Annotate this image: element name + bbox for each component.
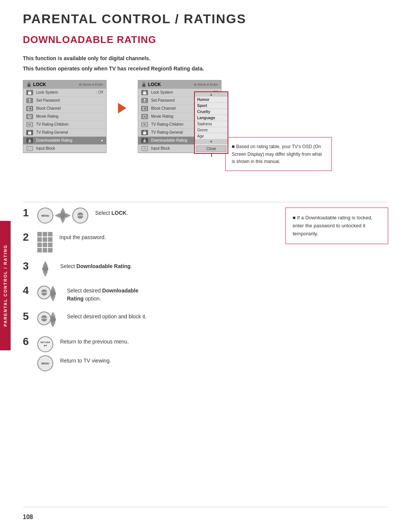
- lock-row-right-icon-7: [141, 146, 148, 151]
- dpad-down-1[interactable]: [60, 218, 65, 224]
- svg-rect-0: [27, 84, 30, 87]
- dpad-up-1[interactable]: [60, 208, 65, 213]
- svg-rect-1: [28, 92, 31, 94]
- enter-inner-1: ENTER: [77, 212, 83, 219]
- step-2-text: Input the password.: [59, 232, 106, 241]
- menu-button[interactable]: MENU: [37, 208, 53, 224]
- bottom-divider-line: [23, 507, 388, 507]
- dropdown-item-sadness[interactable]: Sadness: [195, 121, 228, 127]
- svg-rect-7: [28, 123, 32, 126]
- lock-row-left-6: Downloadable Rating ●: [23, 137, 106, 145]
- svg-point-17: [143, 115, 146, 118]
- description-line-1: This function is available only for digi…: [23, 54, 388, 62]
- main-content: PARENTAL CONTROL / RATINGS DOWNLOADABLE …: [23, 11, 388, 171]
- dpad-down-5[interactable]: [50, 322, 56, 328]
- page-number: 108: [23, 514, 33, 521]
- dpad-center-1: [60, 212, 66, 219]
- numpad-btn-5[interactable]: [43, 237, 47, 242]
- lock-row-icon-7: [26, 146, 33, 151]
- step-4-icons: ENTER: [37, 285, 60, 302]
- numpad-btn-4[interactable]: [37, 237, 42, 242]
- lock-header-icon-left: [26, 82, 32, 87]
- step-1-text: Select LOCK.: [95, 208, 128, 217]
- step-5-icons: ENTER: [37, 311, 60, 328]
- dropdown-item-genre[interactable]: Genre: [195, 127, 228, 133]
- svg-rect-21: [143, 147, 147, 150]
- step-6a: 6 RETURN ↩ Return to the previous menu.: [23, 336, 388, 352]
- dpad-up-4[interactable]: [50, 286, 56, 291]
- dropdown-arrow-up: ▲: [195, 92, 228, 97]
- numpad-btn-9[interactable]: [48, 243, 53, 247]
- lock-row-left-3: ★ Movie Rating: [23, 113, 106, 121]
- lock-row-left-2: Block Channel: [23, 105, 106, 113]
- step-3: 3 Select Downloadable Rating.: [23, 261, 388, 277]
- right-screenshots: LOCK ⊕ Move ● Enter Lock System : Off: [138, 80, 332, 171]
- dpad-left-1[interactable]: [55, 213, 60, 218]
- dropdown-overlay: ▲ Humor Sport Cruelty Language Sadness G…: [194, 91, 228, 154]
- side-tab-text: PARENTAL CONTROL / RATING: [3, 244, 8, 327]
- numpad-btn-7[interactable]: [37, 243, 42, 247]
- dropdown-close-button[interactable]: Close: [196, 145, 226, 152]
- step-number-1: 1: [23, 208, 30, 218]
- svg-rect-15: [143, 107, 147, 110]
- svg-rect-9: [28, 142, 31, 142]
- numpad-btn-12[interactable]: [48, 248, 53, 252]
- lock-row-right-icon-0: [141, 90, 148, 95]
- menu-button-6b[interactable]: MENU: [37, 355, 53, 371]
- dropdown-item-humor[interactable]: Humor: [195, 97, 228, 103]
- numpad-btn-1[interactable]: [37, 232, 42, 236]
- numpad-btn-11[interactable]: [43, 248, 47, 252]
- arrow-container: [118, 80, 126, 113]
- numpad-btn-10[interactable]: [37, 248, 42, 252]
- return-button[interactable]: RETURN ↩: [37, 336, 53, 352]
- numpad-2: [37, 232, 53, 252]
- note-text: Based on rating table, your TV's OSD (On…: [232, 144, 322, 164]
- right-lock-area: LOCK ⊕ Move ● Enter Lock System : Off: [138, 80, 221, 153]
- step-6b: MENU Return to TV viewing.: [37, 355, 388, 371]
- lock-nav-left: ⊕ Move ● Enter: [79, 83, 103, 86]
- dpad-up-5[interactable]: [50, 312, 56, 317]
- enter-dpad-combo-5: ENTER: [37, 311, 60, 328]
- description-line-2: This function operates only when TV has …: [23, 64, 388, 73]
- step-3-icons: [37, 261, 53, 277]
- numpad-btn-2[interactable]: [43, 232, 47, 236]
- enter-button-5[interactable]: ENTER: [37, 312, 51, 325]
- dpad-down-4[interactable]: [50, 296, 56, 302]
- lock-row-right-icon-5: [141, 130, 148, 135]
- step-number-5: 5: [23, 311, 30, 322]
- numpad-btn-3[interactable]: [48, 232, 53, 236]
- numpad-btn-6[interactable]: [48, 237, 53, 242]
- dropdown-item-language[interactable]: Language: [195, 115, 228, 121]
- lock-row-right-icon-3: [141, 114, 148, 119]
- dropdown-item-sport[interactable]: Sport: [195, 103, 228, 109]
- lock-row-icon-3: ★: [26, 114, 33, 119]
- dropdown-item-cruelty[interactable]: Cruelty: [195, 109, 228, 115]
- step-5-text: Select desired option and block it.: [67, 311, 147, 321]
- dpad-right-1[interactable]: [65, 213, 71, 218]
- step-6a-icons: RETURN ↩: [37, 336, 53, 352]
- lock-title-right: LOCK: [148, 82, 161, 87]
- dpad-up-3[interactable]: [43, 261, 48, 266]
- dropdown-arrow-down: ▼: [195, 139, 228, 144]
- dropdown-item-age[interactable]: Age: [195, 133, 228, 139]
- lock-row-right-icon-4: [141, 122, 148, 127]
- dpad-down-3[interactable]: [43, 272, 48, 277]
- dpad-center-3: [42, 266, 48, 272]
- svg-point-14: [144, 99, 145, 101]
- svg-rect-13: [143, 92, 146, 94]
- lock-menu-left-header: LOCK ⊕ Move ● Enter: [23, 80, 106, 89]
- section-title: DOWNLOADABLE RATING: [23, 34, 388, 46]
- enter-button-1[interactable]: ENTER: [72, 208, 88, 224]
- lock-row-left-0: Lock System : Off: [23, 89, 106, 97]
- top-divider-line: [23, 202, 388, 202]
- lock-row-icon-1: [26, 98, 33, 103]
- svg-text:★: ★: [29, 116, 30, 118]
- dpad-3: [37, 261, 53, 277]
- enter-inner-5: ENTER: [41, 315, 47, 321]
- step-1-icons: MENU ENTER: [37, 208, 88, 224]
- numpad-btn-8[interactable]: [43, 243, 47, 247]
- enter-button-4[interactable]: ENTER: [37, 286, 51, 299]
- lock-row-icon-4: [26, 122, 33, 127]
- dropdown-connector: [211, 153, 212, 157]
- step-6b-icons: MENU: [37, 355, 53, 371]
